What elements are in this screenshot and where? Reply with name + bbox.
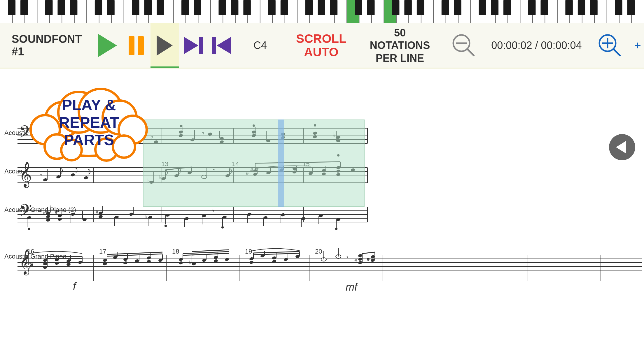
scroll-auto-line2: AUTO <box>296 45 346 59</box>
svg-line-93 <box>467 49 474 55</box>
notations-button[interactable]: 50 NOTATIONS PER LINE <box>358 27 442 64</box>
nav-chevron-button[interactable] <box>609 134 635 160</box>
c4-label: C4 <box>236 39 284 52</box>
svg-point-248 <box>57 217 62 221</box>
svg-rect-86 <box>565 0 573 15</box>
play-icon <box>98 34 117 57</box>
svg-rect-83 <box>503 0 511 15</box>
svg-rect-79 <box>442 0 449 15</box>
svg-rect-60 <box>107 0 114 15</box>
svg-point-335 <box>123 257 128 261</box>
svg-point-243 <box>46 215 50 218</box>
svg-rect-71 <box>305 0 313 15</box>
svg-rect-72 <box>318 0 325 15</box>
timer-display: 00:00:02 / 00:00:04 <box>485 39 587 52</box>
svg-rect-61 <box>132 0 139 15</box>
skip-to-start-button[interactable] <box>207 23 236 68</box>
step-forward-button[interactable] <box>179 23 207 68</box>
svg-point-322 <box>66 259 71 263</box>
svg-point-338 <box>135 259 139 263</box>
svg-point-319 <box>55 261 59 265</box>
svg-rect-80 <box>454 0 461 15</box>
svg-point-325 <box>78 260 83 264</box>
svg-text:♭: ♭ <box>145 213 148 219</box>
svg-point-356 <box>214 259 218 263</box>
pause-button[interactable] <box>122 23 150 68</box>
svg-point-358 <box>225 257 229 261</box>
piano-keyboard-container <box>0 0 644 23</box>
svg-rect-85 <box>540 0 548 15</box>
svg-rect-64 <box>181 0 189 15</box>
svg-rect-76 <box>392 0 399 15</box>
zoom-minus-button[interactable] <box>442 32 485 59</box>
svg-point-256 <box>28 228 30 230</box>
svg-point-259 <box>98 215 103 218</box>
svg-text:#: # <box>367 256 370 262</box>
svg-rect-77 <box>404 0 412 15</box>
svg-point-268 <box>165 213 170 217</box>
svg-text:18: 18 <box>172 248 179 255</box>
sheet-music-area: 𝄢 Acoustic Grand P <box>0 68 644 362</box>
svg-point-323 <box>66 262 71 266</box>
svg-text:f: f <box>73 280 77 292</box>
svg-point-270 <box>164 225 167 227</box>
scroll-auto-line1: SCROLL <box>296 32 346 45</box>
active-underline <box>150 66 179 68</box>
svg-rect-54 <box>8 0 15 15</box>
staff-track4: 𝄞 Acoustic Grand Piano 16 17 18 19 20 <box>4 248 642 293</box>
svg-rect-84 <box>528 0 536 15</box>
svg-rect-65 <box>194 0 201 15</box>
zoom-plus-button[interactable] <box>588 32 631 59</box>
play-button[interactable] <box>93 23 122 68</box>
svg-point-263 <box>129 212 134 216</box>
selection-region <box>143 120 365 207</box>
cloud-bubble: PLAY & REPEAT PARTS <box>16 71 162 179</box>
svg-text:#: # <box>354 259 357 264</box>
svg-text:𝄾: 𝄾 <box>346 256 348 259</box>
svg-rect-89 <box>615 0 622 15</box>
svg-point-340 <box>146 256 151 260</box>
svg-point-266 <box>148 215 153 219</box>
svg-rect-78 <box>417 0 424 15</box>
svg-point-279 <box>247 212 252 216</box>
scroll-auto-button[interactable]: SCROLL AUTO <box>284 32 358 59</box>
svg-rect-73 <box>330 0 337 15</box>
svg-point-363 <box>249 257 254 261</box>
svg-rect-67 <box>231 0 238 15</box>
svg-rect-56 <box>45 0 52 15</box>
soundfont-label: SOUNDFONT #1 <box>0 33 93 58</box>
svg-text:mf: mf <box>346 281 358 293</box>
svg-rect-88 <box>590 0 597 15</box>
svg-point-244 <box>46 218 50 222</box>
svg-point-383 <box>358 261 363 264</box>
svg-point-347 <box>178 257 183 261</box>
playback-cursor <box>278 120 284 207</box>
skip-to-start-icon <box>212 37 231 54</box>
notations-line1: 50 NOTATIONS <box>370 27 430 52</box>
cloud-svg <box>16 71 162 179</box>
svg-point-315 <box>43 265 48 269</box>
play-active-button[interactable] <box>150 23 179 68</box>
svg-text:♭: ♭ <box>189 260 191 266</box>
svg-rect-55 <box>20 0 28 15</box>
svg-point-385 <box>358 254 363 257</box>
svg-rect-62 <box>144 0 152 15</box>
svg-rect-87 <box>578 0 585 15</box>
svg-text:#: # <box>43 209 46 215</box>
svg-text:#: # <box>96 209 98 215</box>
step-forward-icon <box>184 37 203 54</box>
svg-point-404 <box>61 140 82 160</box>
svg-rect-82 <box>491 0 498 15</box>
svg-rect-58 <box>70 0 77 15</box>
svg-rect-59 <box>95 0 102 15</box>
svg-point-371 <box>284 257 288 261</box>
svg-text:#: # <box>55 209 57 215</box>
svg-rect-66 <box>218 0 226 15</box>
svg-text:Acoustic Grand Piano (2): Acoustic Grand Piano (2) <box>4 206 76 213</box>
svg-point-384 <box>358 257 363 261</box>
svg-rect-63 <box>157 0 164 15</box>
svg-rect-74 <box>355 0 362 15</box>
svg-text:16: 16 <box>27 248 34 255</box>
svg-point-271 <box>184 217 189 220</box>
play-active-icon <box>157 35 173 56</box>
